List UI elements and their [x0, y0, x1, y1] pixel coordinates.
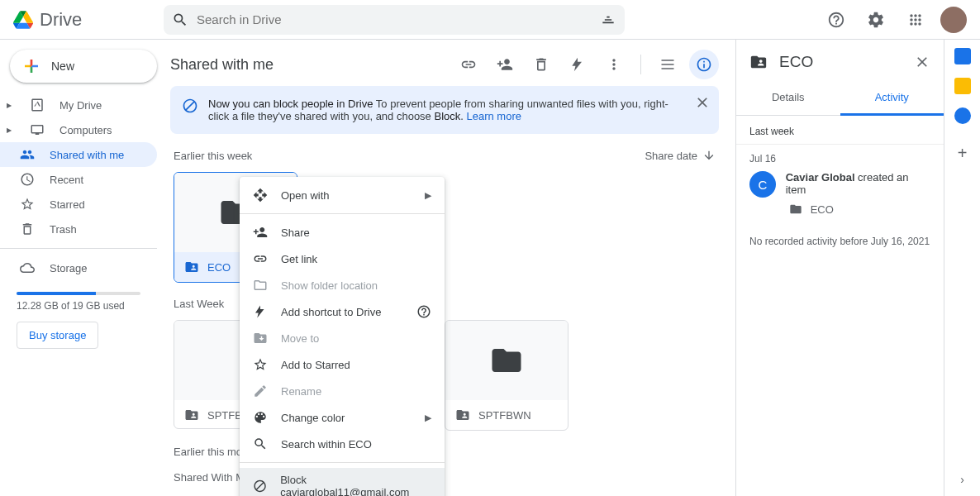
card-name: SPTFBWN — [478, 409, 531, 422]
folder-shared-icon — [749, 53, 768, 71]
menu-block-user[interactable]: Block caviarglobal11@gmail.com — [240, 468, 445, 496]
more-button[interactable] — [599, 50, 629, 79]
edit-icon — [253, 384, 268, 398]
details-panel: ECO Details Activity Last week Jul 16 C … — [735, 40, 944, 496]
activity-date: Jul 16 — [749, 153, 930, 165]
sidebar-item-trash[interactable]: Trash — [0, 217, 157, 241]
get-link-button[interactable] — [454, 50, 483, 79]
section-header-earlier-week: Earlier this week Share date — [157, 144, 732, 167]
delete-button[interactable] — [526, 50, 556, 79]
menu-add-starred[interactable]: Add to Starred — [240, 351, 445, 378]
calendar-app-icon[interactable] — [954, 48, 971, 64]
sidebar-label: Storage — [50, 262, 88, 274]
block-icon — [253, 479, 267, 494]
link-icon — [460, 56, 477, 73]
help-button[interactable] — [821, 5, 851, 35]
tab-activity[interactable]: Activity — [840, 81, 944, 116]
info-button[interactable] — [689, 50, 719, 79]
list-icon — [659, 56, 676, 73]
sidebar-item-computers[interactable]: ▶Computers — [0, 117, 157, 142]
arrow-down-icon — [702, 149, 716, 162]
section-label: Earlier this week — [174, 150, 252, 162]
activity-section-header: Last week — [736, 116, 944, 144]
search-icon — [253, 436, 268, 451]
learn-more-link[interactable]: Learn more — [467, 110, 521, 122]
side-panel: + › — [944, 40, 980, 496]
activity-item: Jul 16 C Caviar Global created an item E… — [736, 144, 944, 224]
chevron-right-icon: ▶ — [425, 413, 431, 423]
info-icon — [696, 56, 712, 73]
folder-icon — [789, 203, 802, 216]
menu-label: Add to Starred — [281, 359, 350, 371]
hide-panel-button[interactable]: › — [960, 473, 964, 486]
sidebar-label: Shared with me — [50, 149, 124, 161]
no-activity-text: No recorded activity before July 16, 202… — [736, 224, 944, 259]
tab-details[interactable]: Details — [736, 81, 840, 115]
sidebar-item-starred[interactable]: Starred — [0, 192, 157, 217]
expand-icon[interactable]: ▶ — [7, 102, 15, 109]
details-tabs: Details Activity — [736, 81, 944, 116]
menu-get-link[interactable]: Get link — [240, 246, 445, 272]
sidebar-label: Recent — [50, 174, 83, 186]
help-icon[interactable] — [416, 304, 431, 319]
banner-title: Now you can block people in Drive — [208, 98, 373, 110]
menu-label: Block caviarglobal11@gmail.com — [280, 474, 431, 496]
settings-button[interactable] — [861, 5, 891, 35]
sidebar-item-my-drive[interactable]: ▶My Drive — [0, 93, 157, 117]
folder-card-sptfbwn-2[interactable]: SPTFBWN — [445, 320, 568, 431]
more-vert-icon — [606, 56, 622, 73]
menu-change-color[interactable]: Change color▶ — [240, 404, 445, 431]
storage-text: 12.28 GB of 19 GB used — [17, 300, 140, 312]
sidebar: New ▶My Drive ▶Computers Shared with me … — [0, 40, 157, 496]
person-add-icon — [497, 56, 513, 73]
list-view-button[interactable] — [653, 50, 683, 79]
menu-label: Search within ECO — [281, 438, 372, 451]
apps-button[interactable] — [901, 5, 930, 35]
keep-app-icon[interactable] — [954, 78, 971, 94]
account-avatar[interactable] — [940, 7, 967, 33]
add-addon-button[interactable]: + — [958, 144, 968, 163]
share-button[interactable] — [490, 50, 520, 79]
menu-label: Get link — [281, 253, 317, 265]
sidebar-item-storage[interactable]: Storage — [0, 255, 157, 280]
star-icon — [20, 197, 35, 212]
tasks-app-icon[interactable] — [954, 107, 971, 124]
divider — [0, 248, 157, 249]
apps-icon — [907, 12, 924, 28]
expand-icon[interactable]: ▶ — [7, 126, 15, 134]
app-header: Drive — [0, 0, 980, 40]
buy-storage-button[interactable]: Buy storage — [17, 322, 98, 349]
drive-logo-icon — [13, 10, 33, 30]
new-button[interactable]: New — [10, 50, 157, 83]
storage-section: 12.28 GB of 19 GB used Buy storage — [0, 280, 157, 354]
menu-label: Add shortcut to Drive — [281, 306, 381, 318]
sidebar-item-shared[interactable]: Shared with me — [0, 142, 157, 167]
activity-item-name[interactable]: ECO — [811, 203, 834, 216]
trash-icon — [20, 222, 35, 236]
activity-body: Last week Jul 16 C Caviar Global created… — [736, 116, 944, 496]
close-icon[interactable] — [694, 94, 711, 111]
open-with-icon — [253, 188, 268, 203]
search-box[interactable] — [164, 5, 625, 35]
sidebar-item-recent[interactable]: Recent — [0, 167, 157, 192]
menu-label: Move to — [281, 332, 319, 345]
menu-open-with[interactable]: Open with▶ — [240, 182, 445, 208]
card-name: ECO — [207, 261, 231, 274]
close-icon[interactable] — [914, 54, 930, 70]
person-add-icon — [253, 225, 268, 240]
logo-area[interactable]: Drive — [7, 9, 164, 31]
menu-search-within[interactable]: Search within ECO — [240, 431, 445, 457]
search-options-icon[interactable] — [600, 12, 616, 28]
chevron-right-icon: ▶ — [425, 190, 431, 201]
sort-button[interactable]: Share date — [645, 149, 716, 162]
menu-share[interactable]: Share — [240, 219, 445, 246]
menu-label: Change color — [281, 412, 345, 424]
info-banner: Now you can block people in Drive To pre… — [170, 86, 719, 134]
add-shortcut-button[interactable] — [563, 50, 592, 79]
cloud-icon — [20, 260, 35, 275]
menu-add-shortcut[interactable]: Add shortcut to Drive — [240, 298, 445, 325]
shared-icon — [20, 147, 35, 162]
search-input[interactable] — [197, 12, 600, 26]
sidebar-label: Computers — [59, 124, 112, 136]
recent-icon — [20, 172, 35, 187]
